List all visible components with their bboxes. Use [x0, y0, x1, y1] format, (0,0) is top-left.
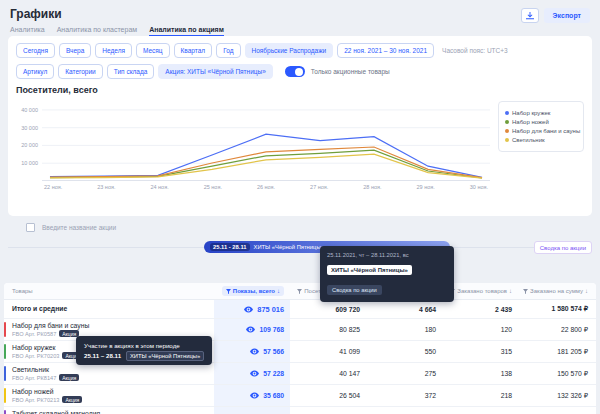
- top-actions: Экспорт: [521, 8, 590, 23]
- x-tick-label: 29 ноя.: [417, 184, 435, 190]
- column-label: Заказано на сумму: [530, 288, 583, 294]
- promo-timeline: 25.11 - 28.11 ХИТЫ «Чёрной Пятницы» Свод…: [8, 240, 592, 254]
- filter-icon[interactable]: [523, 289, 528, 294]
- period-button-7[interactable]: Ноябрьские Распродажи: [245, 43, 334, 58]
- period-button-5[interactable]: Квартал: [174, 43, 213, 58]
- legend-dot: [505, 129, 509, 133]
- y-tick-label: 20 000: [21, 142, 38, 148]
- sort-icon[interactable]: ↓: [585, 288, 588, 294]
- metric-value: 26 504: [339, 392, 360, 399]
- metric-value: 4 664: [419, 306, 436, 313]
- chart-title: Посетители, всего: [16, 85, 584, 95]
- table-row: Набор ножейFBO Арт. РК70213Акция35 68026…: [4, 385, 596, 407]
- metric-cell: 550: [366, 341, 442, 362]
- metric-cell: 4 664: [366, 300, 442, 318]
- eye-icon[interactable]: [244, 306, 253, 313]
- date-range-picker[interactable]: 22 ноя. 2021 – 30 ноя. 2021: [337, 43, 434, 58]
- metric-cell: 132 326 ₽: [518, 385, 594, 406]
- metric-value: 372: [425, 392, 436, 399]
- promo-filter-chip[interactable]: Акция: ХИТЫ «Чёрной Пятницы»: [158, 64, 272, 79]
- period-button-2[interactable]: Вчера: [59, 43, 91, 58]
- column-header-5[interactable]: Заказано на сумму↓: [518, 286, 594, 296]
- product-cell[interactable]: Табурет складной магнолияFBO Арт. РК1631: [4, 407, 214, 414]
- metric-cell: 1 580 574 ₽: [518, 300, 594, 318]
- promo-badge: Акция: [59, 374, 79, 381]
- legend-label: Набор кружек: [512, 110, 550, 116]
- sort-icon[interactable]: ↓: [277, 288, 280, 294]
- metric-cell: 40 147: [290, 363, 366, 384]
- metric-cell-selected: 31 218: [214, 407, 290, 414]
- period-button-4[interactable]: Месяц: [136, 43, 170, 58]
- promo-bar-label: ХИТЫ «Чёрной Пятницы»: [254, 244, 324, 250]
- column-header-1[interactable]: Показы, всего↓: [214, 286, 290, 296]
- checkbox-icon[interactable]: [26, 223, 35, 232]
- metric-cell: 275: [366, 363, 442, 384]
- metric-cell: 180: [366, 319, 442, 340]
- product-sku: FBO Арт. РК70213: [12, 397, 59, 403]
- product-sku: FBO Арт. РК8147: [12, 375, 56, 381]
- participation-title: Участие в акциях в этом периоде: [84, 342, 204, 349]
- metric-cell: 120: [442, 319, 518, 340]
- product-name: Светильник: [12, 366, 49, 373]
- metric-value: 1 580 574 ₽: [552, 305, 588, 313]
- filter-button-2[interactable]: Категории: [58, 64, 103, 79]
- eye-icon[interactable]: [250, 370, 259, 377]
- metric-cell-selected: 875 016: [214, 300, 290, 318]
- metric-cell: 26 504: [290, 385, 366, 406]
- promo-summary-link[interactable]: Сводка по акции: [327, 285, 382, 295]
- filter-button-3[interactable]: Тип склада: [107, 64, 155, 79]
- eye-icon[interactable]: [250, 392, 259, 399]
- metric-value: 80 825: [339, 326, 360, 333]
- download-icon: [526, 8, 534, 23]
- eye-icon[interactable]: [246, 326, 255, 333]
- promo-search-input[interactable]: [40, 223, 164, 232]
- filter-icon[interactable]: [297, 289, 302, 294]
- table-row: Табурет складной магнолияFBO Арт. РК1631…: [4, 407, 596, 414]
- period-button-1[interactable]: Сегодня: [16, 43, 55, 58]
- toggle-knob: [295, 68, 303, 76]
- chart-plot: 22 ноя.23 ноя.24 ноя.25 ноя.26 ноя.27 но…: [42, 101, 490, 190]
- x-tick-label: 26 ноя.: [257, 184, 275, 190]
- x-tick-label: 25 ноя.: [204, 184, 222, 190]
- filter-button-1[interactable]: Артикул: [16, 64, 54, 79]
- metric-value: 41 099: [339, 348, 360, 355]
- download-icon-button[interactable]: [521, 8, 539, 23]
- product-cell[interactable]: Набор ножейFBO Арт. РК70213Акция: [4, 385, 214, 406]
- metric-cell: 138: [442, 363, 518, 384]
- page-title: Графики: [10, 7, 590, 21]
- y-tick-label: 10 000: [21, 160, 38, 166]
- promo-only-toggle[interactable]: [285, 66, 305, 77]
- period-button-6[interactable]: Год: [216, 43, 240, 58]
- metric-value: 40 147: [339, 370, 360, 377]
- promo-tooltip: 25.11.2021, чт – 28.11.2021, вс ХИТЫ «Чё…: [320, 246, 454, 302]
- promo-badge: Акция: [62, 396, 82, 403]
- table-row: СветильникFBO Арт. РК8147Акция57 22840 1…: [4, 363, 596, 385]
- metric-value: 550: [425, 348, 436, 355]
- metric-cell: 7 434 ₽: [518, 407, 594, 414]
- legend-item: Набор для бани и сауны: [505, 128, 577, 134]
- products-column-header: Товары: [4, 288, 214, 294]
- sort-icon[interactable]: ↓: [509, 288, 512, 294]
- metric-value: 109 768: [259, 326, 284, 333]
- metric-value: 275: [425, 370, 436, 377]
- promo-tooltip-name: ХИТЫ «Чёрной Пятницы»: [327, 265, 412, 275]
- totals-label: Итого и средние: [12, 305, 67, 312]
- dimension-buttons: АртикулКатегорииТип склада: [16, 64, 154, 79]
- export-button[interactable]: Экспорт: [544, 8, 590, 23]
- filter-icon[interactable]: [226, 289, 231, 294]
- metric-value: 132 326 ₽: [557, 392, 588, 400]
- promo-summary-button[interactable]: Сводка по акции: [534, 241, 592, 254]
- product-cell[interactable]: СветильникFBO Арт. РК8147Акция: [4, 363, 214, 384]
- metric-cell: 150 570 ₽: [518, 363, 594, 384]
- metric-value: 875 016: [257, 305, 284, 314]
- x-tick-label: 28 ноя.: [363, 184, 381, 190]
- period-button-3[interactable]: Неделя: [95, 43, 132, 58]
- metric-cell: 372: [366, 385, 442, 406]
- legend-item: Набор ножей: [505, 119, 577, 125]
- series-color-strip: [4, 388, 6, 403]
- legend-dot: [505, 111, 509, 115]
- metric-cell: 37: [366, 407, 442, 414]
- legend-item: Светильник: [505, 137, 577, 143]
- legend-item: Набор кружек: [505, 110, 577, 116]
- eye-icon[interactable]: [250, 348, 259, 355]
